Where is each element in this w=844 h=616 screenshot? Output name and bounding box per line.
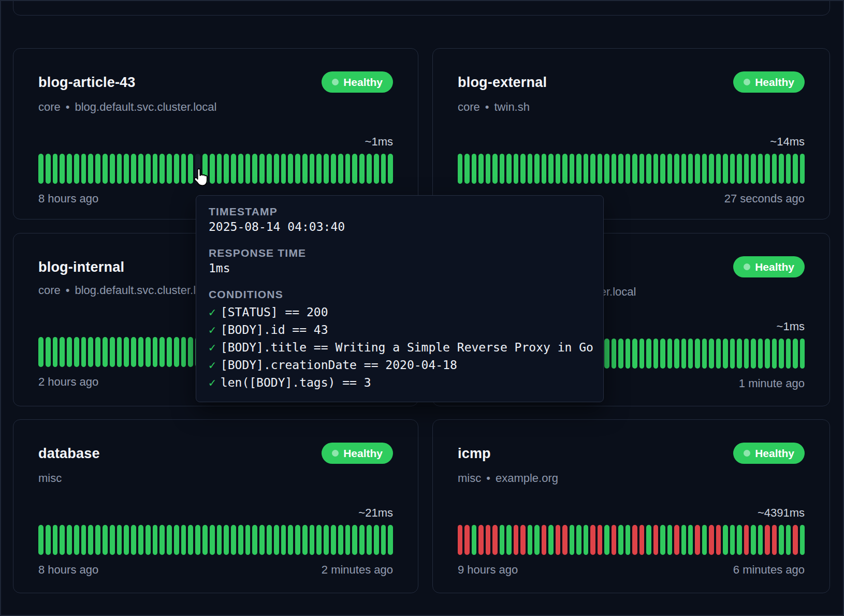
status-bar[interactable] [60, 154, 65, 184]
status-bar[interactable] [131, 525, 136, 555]
status-bar[interactable] [103, 525, 108, 555]
status-bar[interactable] [324, 154, 329, 184]
status-bar[interactable] [604, 339, 609, 369]
status-bar[interactable] [188, 337, 193, 367]
status-bar[interactable] [570, 154, 574, 184]
status-bar[interactable] [772, 154, 777, 184]
endpoint-card-blog-external[interactable]: blog-external Healthy core•twin.sh ~14ms… [432, 48, 830, 219]
status-bar[interactable] [744, 339, 749, 369]
previous-card-partial[interactable] [13, 0, 830, 16]
status-bar[interactable] [288, 525, 293, 555]
status-bar[interactable] [302, 525, 308, 555]
status-bar[interactable] [528, 525, 532, 555]
status-bar[interactable] [702, 339, 707, 369]
status-bar[interactable] [103, 337, 108, 367]
status-bar[interactable] [625, 525, 630, 555]
status-bar[interactable] [514, 154, 518, 184]
status-bar[interactable] [181, 337, 186, 367]
status-bar[interactable] [709, 154, 714, 184]
status-bar[interactable] [520, 525, 525, 555]
status-bar[interactable] [730, 525, 735, 555]
status-bar[interactable] [632, 339, 637, 369]
status-bar[interactable] [53, 337, 58, 367]
status-bar[interactable] [800, 525, 805, 555]
status-bar[interactable] [324, 525, 329, 555]
status-bar[interactable] [267, 525, 272, 555]
status-bar[interactable] [765, 154, 769, 184]
status-bar[interactable] [295, 154, 300, 184]
status-bar[interactable] [681, 339, 686, 369]
status-bar[interactable] [231, 154, 236, 184]
status-bar[interactable] [110, 154, 115, 184]
status-bar[interactable] [765, 525, 769, 555]
status-bar[interactable] [38, 154, 43, 184]
status-bar[interactable] [381, 525, 386, 555]
status-bar[interactable] [359, 154, 365, 184]
status-bar[interactable] [167, 154, 172, 184]
status-bar[interactable] [252, 525, 257, 555]
status-bar[interactable] [793, 154, 797, 184]
status-bar[interactable] [625, 339, 630, 369]
status-bar[interactable] [53, 525, 58, 555]
status-bar[interactable] [95, 154, 100, 184]
status-bar[interactable] [800, 339, 805, 369]
status-bar[interactable] [681, 154, 686, 184]
status-bar[interactable] [598, 525, 602, 555]
status-bar[interactable] [639, 525, 644, 555]
status-bar[interactable] [639, 154, 644, 184]
status-bar[interactable] [46, 525, 51, 555]
status-bar[interactable] [723, 525, 727, 555]
status-bar[interactable] [338, 525, 343, 555]
status-bar[interactable] [81, 525, 86, 555]
status-bar[interactable] [117, 154, 122, 184]
status-bar[interactable] [274, 525, 279, 555]
status-bar[interactable] [345, 154, 351, 184]
status-bar[interactable] [245, 525, 251, 555]
status-bar[interactable] [584, 154, 588, 184]
status-bar[interactable] [562, 525, 567, 555]
status-bar[interactable] [388, 525, 393, 555]
status-bar[interactable] [167, 525, 172, 555]
status-bar[interactable] [117, 525, 122, 555]
status-bar[interactable] [174, 154, 179, 184]
uptime-bar-strip[interactable] [38, 154, 393, 184]
status-bar[interactable] [576, 525, 581, 555]
status-bar[interactable] [618, 525, 623, 555]
status-bar[interactable] [288, 154, 293, 184]
status-bar[interactable] [231, 525, 236, 555]
status-bar[interactable] [506, 525, 511, 555]
status-bar[interactable] [53, 154, 58, 184]
status-bar[interactable] [779, 339, 783, 369]
endpoint-card-database[interactable]: database Healthy misc ~21ms 8 hours ago … [13, 419, 418, 593]
status-bar[interactable] [695, 154, 700, 184]
status-bar[interactable] [604, 154, 609, 184]
status-bar[interactable] [653, 154, 658, 184]
status-bar[interactable] [744, 525, 749, 555]
status-bar[interactable] [556, 525, 560, 555]
status-bar[interactable] [674, 525, 679, 555]
status-bar[interactable] [458, 154, 462, 184]
status-bar[interactable] [646, 525, 651, 555]
status-bar[interactable] [632, 154, 637, 184]
status-bar[interactable] [702, 525, 707, 555]
status-bar[interactable] [548, 154, 553, 184]
status-bar[interactable] [302, 154, 308, 184]
status-bar[interactable] [60, 337, 65, 367]
status-bar[interactable] [612, 525, 616, 555]
uptime-bar-strip[interactable] [38, 525, 393, 555]
status-bar[interactable] [556, 154, 560, 184]
status-bar[interactable] [159, 525, 165, 555]
status-bar[interactable] [765, 339, 769, 369]
status-bar[interactable] [74, 154, 79, 184]
status-bar[interactable] [67, 154, 72, 184]
status-bar[interactable] [667, 154, 672, 184]
status-bar[interactable] [95, 525, 100, 555]
status-bar[interactable] [604, 525, 609, 555]
status-bar[interactable] [688, 525, 693, 555]
status-bar[interactable] [562, 154, 567, 184]
status-bar[interactable] [138, 337, 143, 367]
status-bar[interactable] [167, 337, 172, 367]
status-bar[interactable] [352, 154, 357, 184]
status-bar[interactable] [590, 525, 595, 555]
status-bar[interactable] [367, 525, 372, 555]
